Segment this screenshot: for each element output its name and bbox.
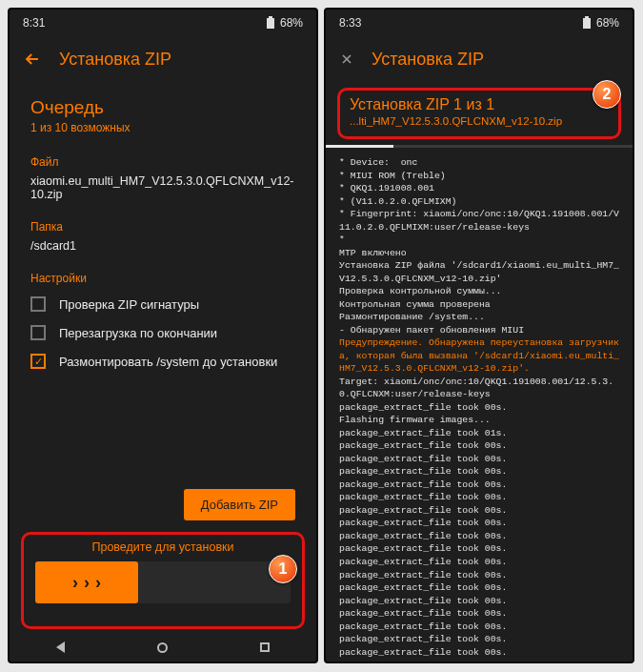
- settings-label: Настройки: [30, 272, 295, 285]
- swipe-label: Проведите для установки: [35, 540, 291, 554]
- svg-rect-1: [269, 16, 272, 18]
- appbar: Установка ZIP: [326, 36, 633, 82]
- battery-icon: [265, 16, 276, 30]
- log-line: package_extract_file took 00s.: [339, 556, 623, 569]
- svg-rect-0: [267, 18, 274, 29]
- file-value: xiaomi.eu_multi_HM7_V12.5.3.0.QFLCNXM_v1…: [30, 174, 295, 201]
- log-line: package_extract_file took 00s.: [339, 542, 623, 556]
- log-line: * Fingerprint: xiaomi/onc/onc:10/QKQ1.19…: [339, 208, 623, 234]
- navbar: [10, 633, 316, 662]
- log-line: * MIUI ROM (Treble): [339, 170, 623, 183]
- log-line: package_extract_file took 00s.: [339, 479, 623, 492]
- log-line: Установка ZIP файла '/sdcard1/xiaomi.eu_…: [339, 259, 623, 285]
- log-line: * (V11.0.2.0.QFLMIXM): [339, 195, 623, 209]
- appbar: Установка ZIP: [10, 36, 316, 82]
- install-title: Установка ZIP 1 из 1: [350, 96, 609, 113]
- folder-label: Папка: [30, 220, 295, 234]
- log-line: package_extract_file took 00s.: [339, 491, 623, 504]
- log-line: *: [339, 234, 623, 247]
- battery-pct: 68%: [280, 16, 303, 30]
- phone-right: 8:33 68% Установка ZIP 2 Установка ZIP 1…: [324, 8, 634, 663]
- page-title: Установка ZIP: [372, 50, 484, 70]
- clock: 8:33: [339, 16, 361, 30]
- log-line: Проверка контрольной суммы...: [339, 285, 623, 298]
- log-line: package_extract_file took 00s.: [339, 581, 623, 595]
- log-line: Контрольная сумма проверена: [339, 298, 623, 312]
- log-line: * QKQ1.191008.001: [339, 182, 623, 195]
- swipe-track[interactable]: › › ›: [35, 561, 291, 603]
- log-line: package_extract_file took 00s.: [339, 401, 623, 415]
- checkbox[interactable]: [30, 296, 46, 312]
- install-log: * Device: onc* MIUI ROM (Treble)* QKQ1.1…: [339, 156, 623, 658]
- log-line: Target: xiaomi/onc/onc:10/QKQ1.191008.00…: [339, 376, 623, 401]
- log-line: package_extract_file took 00s.: [339, 504, 623, 518]
- queue-title: Очередь: [30, 97, 295, 118]
- statusbar: 8:31 68%: [10, 10, 316, 36]
- callout-badge-2: 2: [593, 80, 621, 109]
- checkbox[interactable]: [30, 325, 46, 340]
- file-label: Файл: [30, 155, 295, 169]
- log-line: package_extract_file took 00s.: [339, 646, 623, 658]
- log-line: package_extract_file took 00s.: [339, 517, 623, 530]
- battery-pct: 68%: [596, 16, 619, 30]
- log-line: * Device: onc: [339, 156, 623, 170]
- log-line: package_extract_file took 00s.: [339, 439, 623, 453]
- callout-badge-1: 1: [269, 555, 297, 583]
- log-line: MTP включено: [339, 247, 623, 260]
- nav-back-icon[interactable]: [56, 641, 65, 653]
- nav-recent-icon[interactable]: [260, 642, 270, 652]
- statusbar: 8:33 68%: [326, 10, 633, 36]
- chevron-right-icon: ›: [95, 573, 101, 593]
- log-line: package_extract_file took 00s.: [339, 569, 623, 582]
- log-line: package_extract_file took 00s.: [339, 595, 623, 608]
- add-zip-button[interactable]: Добавить ZIP: [184, 489, 295, 520]
- log-line: package_extract_file took 00s.: [339, 621, 623, 634]
- page-title: Установка ZIP: [59, 50, 171, 70]
- checkbox[interactable]: ✓: [30, 354, 46, 369]
- checkbox-row[interactable]: Перезагрузка по окончании: [30, 325, 295, 340]
- clock: 8:31: [23, 16, 45, 30]
- log-line: package_extract_file took 00s.: [339, 633, 623, 646]
- install-file: ...lti_HM7_V12.5.3.0.QFLCNXM_v12-10.zip: [350, 115, 609, 127]
- nav-home-icon[interactable]: [157, 642, 168, 653]
- log-line: package_extract_file took 00s.: [339, 607, 623, 621]
- checkbox-label: Размонтировать /system до установки: [59, 355, 277, 369]
- phone-left: 8:31 68% Установка ZIP Очередь 1 из 10 в…: [8, 8, 318, 663]
- install-highlight: Установка ZIP 1 из 1 ...lti_HM7_V12.5.3.…: [337, 88, 621, 139]
- checkbox-row[interactable]: ✓Размонтировать /system до установки: [30, 354, 295, 369]
- battery-icon: [581, 16, 593, 30]
- chevron-right-icon: ›: [84, 573, 90, 593]
- back-icon[interactable]: [23, 50, 42, 69]
- progress-bar: [326, 145, 633, 148]
- checkbox-label: Перезагрузка по окончании: [59, 326, 217, 340]
- log-line: Размонтирование /system...: [339, 311, 623, 324]
- log-line: Предупреждение. Обнаружена переустановка…: [339, 336, 623, 376]
- swipe-thumb[interactable]: › › ›: [35, 561, 138, 603]
- log-line: package_extract_file took 00s.: [339, 453, 623, 466]
- close-icon[interactable]: [339, 51, 354, 67]
- checkbox-label: Проверка ZIP сигнатуры: [59, 297, 199, 312]
- settings-list: Проверка ZIP сигнатурыПерезагрузка по ок…: [30, 296, 295, 369]
- folder-value: /sdcard1: [30, 239, 295, 253]
- log-line: Flashing firmware images...: [339, 414, 623, 427]
- swipe-highlight: Проведите для установки › › ›: [21, 532, 305, 629]
- svg-rect-2: [583, 18, 591, 29]
- log-line: package_extract_file took 00s.: [339, 465, 623, 479]
- log-line: package_extract_file took 00s.: [339, 530, 623, 543]
- log-line: package_extract_file took 01s.: [339, 427, 623, 440]
- log-line: - Обнаружен пакет обновления MIUI: [339, 324, 623, 337]
- chevron-right-icon: ›: [72, 573, 78, 593]
- checkbox-row[interactable]: Проверка ZIP сигнатуры: [30, 296, 295, 312]
- queue-subtitle: 1 из 10 возможных: [30, 121, 295, 134]
- svg-rect-3: [585, 16, 589, 18]
